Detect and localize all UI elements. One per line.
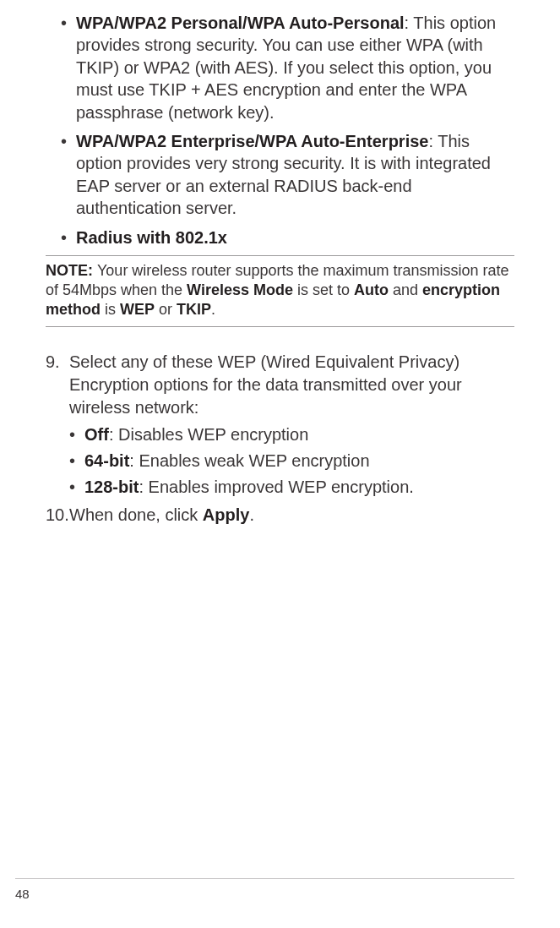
option-title: WPA/WPA2 Enterprise/WPA Auto-Enterprise	[76, 132, 428, 150]
note-bold: WEP	[120, 301, 155, 318]
note-label: NOTE:	[46, 262, 97, 279]
note-box: NOTE: Your wireless router supports the …	[46, 255, 514, 327]
note-bold: Auto	[354, 281, 389, 298]
wep-option-desc: : Disables WEP encryption	[109, 425, 308, 444]
note-text: is	[101, 301, 120, 318]
page-content: WPA/WPA2 Personal/WPA Auto-Personal: Thi…	[46, 0, 514, 527]
auth-options-list: WPA/WPA2 Personal/WPA Auto-Personal: Thi…	[46, 12, 514, 248]
wep-option-name: Off	[84, 425, 109, 444]
footer-rule	[15, 878, 514, 879]
wep-option-desc: : Enables improved WEP encryption.	[139, 478, 413, 496]
note-bold: Wireless Mode	[187, 281, 293, 298]
wep-64bit: 64-bit: Enables weak WEP encryption	[84, 450, 514, 472]
step-9: 9. Select any of these WEP (Wired Equiva…	[46, 351, 514, 418]
apply-label: Apply	[203, 505, 250, 524]
step-10: 10.When done, click Apply.	[46, 504, 514, 527]
step-text: When done, click	[69, 505, 203, 524]
note-text: is set to	[293, 281, 354, 298]
note-text: and	[389, 281, 422, 298]
step-text: Select any of these WEP (Wired Equivalen…	[69, 352, 462, 417]
wep-off: Off: Disables WEP encryption	[84, 423, 514, 446]
step-number: 9.	[46, 351, 60, 374]
step-text: .	[249, 505, 254, 524]
option-title: Radius with 802.1x	[76, 228, 227, 247]
step-number: 10.	[46, 504, 69, 527]
note-text: or	[155, 301, 177, 318]
note-bold: TKIP	[177, 301, 211, 318]
wep-option-name: 64-bit	[84, 451, 129, 470]
wep-option-desc: : Enables weak WEP encryption	[129, 451, 369, 470]
option-wpa-personal: WPA/WPA2 Personal/WPA Auto-Personal: Thi…	[76, 12, 514, 123]
page-number: 48	[15, 887, 30, 901]
option-wpa-enterprise: WPA/WPA2 Enterprise/WPA Auto-Enterprise:…	[76, 130, 514, 220]
wep-option-name: 128-bit	[84, 478, 139, 496]
note-text: .	[211, 301, 215, 318]
option-radius: Radius with 802.1x	[76, 227, 514, 248]
option-title: WPA/WPA2 Personal/WPA Auto-Personal	[76, 14, 405, 32]
wep-options-list: Off: Disables WEP encryption 64-bit: Ena…	[46, 423, 514, 498]
wep-128bit: 128-bit: Enables improved WEP encryption…	[84, 476, 514, 499]
